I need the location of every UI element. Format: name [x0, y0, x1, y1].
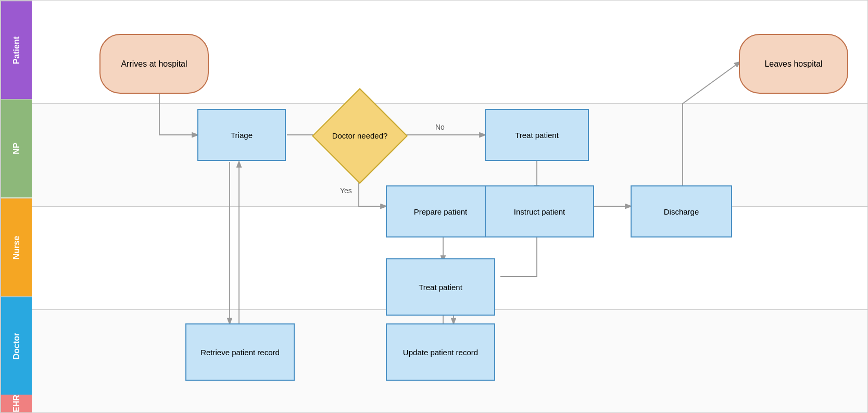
- node-triage: Triage: [197, 109, 286, 161]
- node-arrives: Arrives at hospital: [99, 34, 209, 94]
- lane-label-doctor: Doctor: [1, 296, 32, 395]
- node-doctor-needed: Doctor needed?: [323, 99, 396, 172]
- node-discharge: Discharge: [631, 185, 732, 237]
- node-leaves: Leaves hospital: [739, 34, 848, 94]
- node-treat-patient-np: Treat patient: [485, 109, 589, 161]
- lanes-column: Patient NP Nurse Doctor EHR: [1, 1, 32, 412]
- diagram-container: Patient NP Nurse Doctor EHR: [0, 0, 868, 413]
- node-update-record: Update patient record: [386, 323, 495, 381]
- node-retrieve-record: Retrieve patient record: [185, 323, 295, 381]
- node-instruct-patient: Instruct patient: [485, 185, 594, 237]
- node-prepare-patient: Prepare patient: [386, 185, 495, 237]
- diagram-area: No Yes Arrives at hospit: [32, 1, 867, 412]
- node-treat-patient-doctor: Treat patient: [386, 258, 495, 316]
- lane-label-ehr: EHR: [1, 395, 32, 412]
- lane-label-patient: Patient: [1, 1, 32, 99]
- lane-label-np: NP: [1, 99, 32, 197]
- lane-label-nurse: Nurse: [1, 198, 32, 296]
